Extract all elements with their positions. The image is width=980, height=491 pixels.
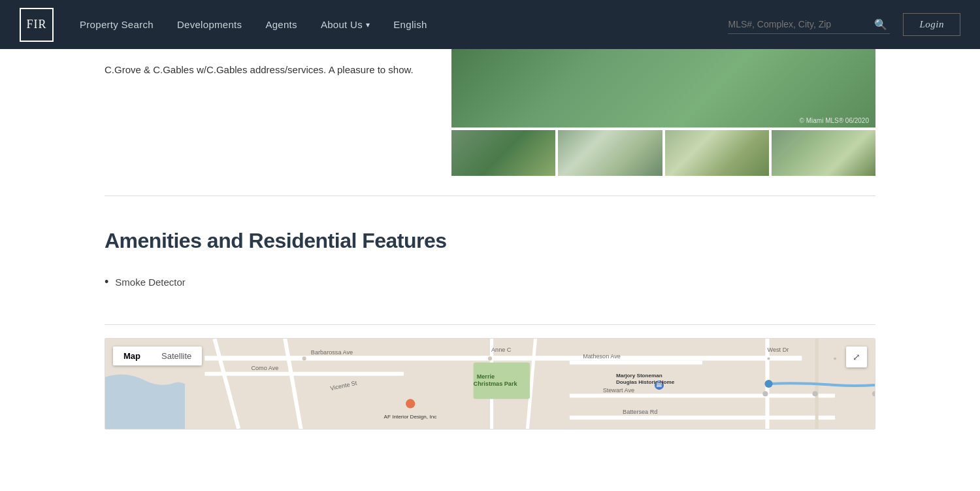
expand-icon: ⤢ — [853, 352, 860, 363]
amenities-title: Amenities and Residential Features — [105, 229, 875, 253]
nav-english[interactable]: English — [393, 19, 427, 30]
svg-text:West Dr: West Dr — [767, 347, 789, 353]
map-view-button[interactable]: Map — [113, 347, 151, 365]
svg-text:Matheson Ave: Matheson Ave — [583, 353, 621, 360]
svg-text:Stewart Ave: Stewart Ave — [603, 387, 635, 394]
nav-developments[interactable]: Developments — [177, 19, 242, 30]
svg-rect-9 — [570, 360, 702, 364]
search-input[interactable] — [728, 16, 872, 32]
map-section: Barbarossa Ave Como Ave Stewart Ave Batt… — [105, 338, 875, 430]
thumbnail-4[interactable] — [772, 130, 875, 176]
page-content: C.Grove & C.Gables w/C.Gables address/se… — [52, 49, 928, 430]
svg-point-32 — [762, 391, 768, 396]
search-button[interactable]: 🔍 — [872, 16, 890, 33]
navigation: FIR Property Search Developments Agents … — [0, 0, 980, 49]
svg-point-31 — [488, 356, 492, 360]
amenities-list: Smoke Detector — [105, 273, 875, 292]
nav-agents[interactable]: Agents — [265, 19, 297, 30]
svg-point-33 — [813, 391, 818, 396]
nav-links: Property Search Developments Agents Abou… — [80, 19, 728, 30]
logo[interactable]: FIR — [20, 8, 54, 42]
svg-point-30 — [302, 356, 306, 360]
svg-point-23 — [406, 399, 415, 408]
svg-rect-5 — [570, 394, 835, 398]
section-divider-2 — [105, 324, 875, 325]
svg-text:Como Ave: Como Ave — [251, 365, 278, 371]
svg-point-19 — [764, 380, 772, 388]
nav-property-search[interactable]: Property Search — [80, 19, 154, 30]
section-divider-1 — [105, 195, 875, 196]
search-area: 🔍 — [728, 16, 890, 34]
nav-about-us[interactable]: About Us — [321, 19, 370, 30]
svg-text:Anne C: Anne C — [491, 347, 512, 353]
svg-text:Marjory Stoneman: Marjory Stoneman — [616, 373, 662, 379]
search-icon: 🔍 — [874, 19, 887, 30]
thumbnail-strip — [451, 130, 875, 176]
svg-point-36 — [834, 357, 836, 360]
map-expand-button[interactable]: ⤢ — [846, 347, 867, 367]
svg-text:🏛: 🏛 — [656, 381, 662, 388]
description-column: C.Grove & C.Gables w/C.Gables address/se… — [105, 49, 451, 176]
thumbnail-3[interactable] — [665, 130, 769, 176]
svg-text:Battersea Rd: Battersea Rd — [623, 409, 657, 415]
property-description: C.Grove & C.Gables w/C.Gables address/se… — [105, 62, 425, 78]
svg-text:Barbarossa Ave: Barbarossa Ave — [311, 349, 353, 356]
svg-rect-1 — [204, 356, 802, 360]
amenities-section: Amenities and Residential Features Smoke… — [105, 216, 875, 318]
thumbnail-2[interactable] — [558, 130, 662, 176]
list-item: Smoke Detector — [105, 273, 875, 292]
image-watermark: © Miami MLS® 06/2020 — [800, 117, 869, 124]
map-toggle: Map Satellite — [113, 347, 202, 365]
svg-text:Douglas Historic Home: Douglas Historic Home — [616, 379, 675, 385]
login-button[interactable]: Login — [903, 13, 960, 36]
thumbnail-1[interactable] — [451, 130, 555, 176]
map-container: Barbarossa Ave Como Ave Stewart Ave Batt… — [105, 339, 875, 429]
svg-text:Christmas Park: Christmas Park — [474, 381, 518, 387]
satellite-view-button[interactable]: Satellite — [151, 347, 202, 365]
svg-rect-7 — [570, 416, 835, 420]
gallery-column: © Miami MLS® 06/2020 — [451, 49, 875, 176]
map-background: Barbarossa Ave Como Ave Stewart Ave Batt… — [105, 339, 875, 429]
svg-text:Merrie: Merrie — [477, 373, 495, 380]
top-section: C.Grove & C.Gables w/C.Gables address/se… — [105, 49, 875, 176]
svg-rect-3 — [204, 372, 404, 376]
main-property-image[interactable]: © Miami MLS® 06/2020 — [451, 49, 875, 127]
svg-text:AF Interior Design, Inc: AF Interior Design, Inc — [384, 414, 437, 420]
svg-point-35 — [767, 357, 770, 360]
